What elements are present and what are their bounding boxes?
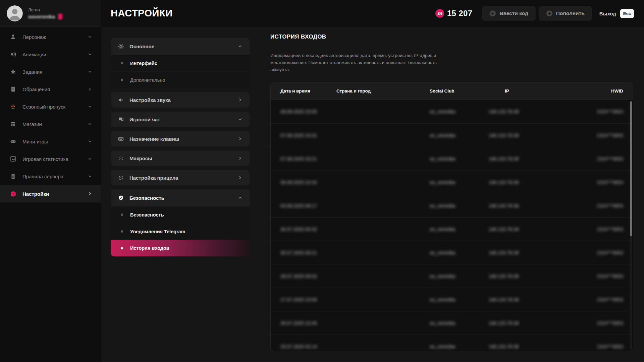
header-actions: m 15 207 Ввести код Пополнить Выход Esc xyxy=(435,6,634,21)
settings-item-security[interactable]: Безопасность xyxy=(111,206,250,223)
sidebar-item-season-pass[interactable]: Сезонный пропуск xyxy=(0,98,101,115)
settings-item-interface[interactable]: Интерфейс xyxy=(111,55,250,71)
avatar xyxy=(7,5,23,21)
cell-datetime: 30.07.2025 00:21 xyxy=(280,250,336,255)
settings-flower-icon xyxy=(10,191,16,197)
settings-group-label: Игровой чат xyxy=(129,117,238,122)
cell-datetime: 07.08.2025 23:31 xyxy=(280,133,336,138)
chevron-right-icon xyxy=(238,176,242,180)
settings-group-label: Настройка прицела xyxy=(129,175,238,181)
cell-datetime: 06.08.2025 22:42 xyxy=(280,180,336,185)
settings-item-additional[interactable]: Дополнительно xyxy=(111,71,250,88)
sidebar-item-shop[interactable]: Магазин xyxy=(0,115,101,133)
sidebar-item-server-rules[interactable]: Правила сервера xyxy=(0,168,101,185)
cell-social-club: oo_veronika xyxy=(430,109,489,114)
chevron-up-icon xyxy=(238,44,242,48)
settings-group-chat-header[interactable]: Игровой чат xyxy=(111,112,250,127)
cell-datetime: 28.07.2025 00:02 xyxy=(280,274,336,279)
cell-ip: 146.120.78.39 xyxy=(489,297,576,302)
content-area: M M M M M M M M M M M M M M M M M M M M … xyxy=(101,0,644,362)
cell-ip: 146.120.78.39 xyxy=(489,109,576,114)
column-header-country: Страна и город xyxy=(336,88,430,94)
topup-label: Пополнить xyxy=(556,10,585,16)
settings-item-label: Интерфейс xyxy=(130,61,157,66)
chevron-down-icon xyxy=(88,157,92,161)
sidebar-item-stats[interactable]: Игровая статистика xyxy=(0,150,101,168)
enter-code-button[interactable]: Ввести код xyxy=(482,6,536,21)
page-title: НАСТРОЙКИ xyxy=(111,8,173,19)
cell-hwid: 2324***9853 xyxy=(597,320,623,326)
cell-social-club: oo_veronika xyxy=(430,133,489,138)
cell-ip: 146.120.78.39 xyxy=(489,320,576,326)
sidebar-item-animations[interactable]: Анимации xyxy=(0,46,101,63)
sidebar-item-label: Игровая статистика xyxy=(22,156,88,162)
table-row: 06.08.2025 22:42 oo_veronika 146.120.78.… xyxy=(271,170,633,194)
sidebar: Логин ooveronika Персонаж Анимации xyxy=(0,0,101,362)
sidebar-item-tasks[interactable]: Задания xyxy=(0,63,101,80)
section-title: ИСТОРИЯ ВХОДОВ xyxy=(270,34,326,40)
settings-group-general-header[interactable]: Основное xyxy=(111,38,250,55)
esc-key-badge[interactable]: Esc xyxy=(620,9,634,18)
shop-icon xyxy=(10,121,16,127)
settings-group-macros-header[interactable]: Макросы xyxy=(111,150,250,166)
rules-icon xyxy=(10,173,16,179)
bullet-icon xyxy=(121,79,123,81)
settings-group-label: Основное xyxy=(129,44,238,49)
plus-circle-icon xyxy=(489,10,496,17)
settings-item-login-history[interactable]: История входов xyxy=(111,240,250,256)
scrollbar-track[interactable] xyxy=(630,101,632,349)
person-icon xyxy=(10,34,16,40)
sidebar-nav: Персонаж Анимации Задания xyxy=(0,27,101,202)
settings-group-crosshair-header[interactable]: Настройка прицела xyxy=(111,170,250,185)
exit-group[interactable]: Выход Esc xyxy=(599,9,634,18)
chevron-right-icon xyxy=(88,192,92,196)
chevron-right-icon xyxy=(88,87,92,91)
sidebar-item-character[interactable]: Персонаж xyxy=(0,28,101,46)
chevron-up-icon xyxy=(238,196,242,200)
bullet-icon xyxy=(121,214,123,216)
cell-hwid: 2324***9853 xyxy=(597,344,623,349)
cell-hwid: 2324***9853 xyxy=(597,274,623,279)
settings-item-label: Безопасность xyxy=(130,212,164,218)
settings-item-telegram-notifications[interactable]: Уведомления Telegram xyxy=(111,223,250,240)
cell-ip: 146.120.78.39 xyxy=(489,227,576,232)
sidebar-item-label: Правила сервера xyxy=(22,174,88,179)
settings-group-sound-header[interactable]: Настройка звука xyxy=(111,92,250,108)
crosshair-icon xyxy=(118,175,124,181)
stats-icon xyxy=(10,156,16,162)
cell-social-club: oo_veronika xyxy=(430,344,489,349)
sidebar-item-label: Мини-игры xyxy=(22,139,88,144)
sidebar-item-tickets[interactable]: Обращения xyxy=(0,80,101,98)
section-description: Информацией о последних авторизациях: да… xyxy=(270,52,443,73)
cell-hwid: 2324***9853 xyxy=(597,203,623,208)
chevron-down-icon xyxy=(88,35,92,39)
settings-group-chat: Игровой чат xyxy=(111,112,250,127)
season-pass-icon xyxy=(10,104,16,110)
sidebar-item-label: Магазин xyxy=(22,121,88,127)
settings-group-keybinds-header[interactable]: Назначение клавиш xyxy=(111,131,250,146)
cell-datetime: 27.07.2025 23:56 xyxy=(280,297,336,302)
star-icon xyxy=(10,69,16,75)
column-header-ip: IP xyxy=(489,88,576,94)
cell-hwid: 2324***9853 xyxy=(597,109,623,114)
shield-icon xyxy=(118,195,124,201)
cell-hwid: 2324***9853 xyxy=(597,297,623,302)
sidebar-item-settings[interactable]: Настройки xyxy=(0,185,101,202)
settings-group-security-header[interactable]: Безопасность xyxy=(111,189,250,206)
topup-button[interactable]: Пополнить xyxy=(539,6,592,21)
table-row: 30.07.2025 00:32 oo_veronika 146.120.78.… xyxy=(271,217,633,241)
cell-social-club: oo_veronika xyxy=(430,227,489,232)
scrollbar-thumb[interactable] xyxy=(630,101,632,236)
animations-icon xyxy=(10,51,16,57)
app-window: Логин ooveronika Персонаж Анимации xyxy=(0,0,644,362)
chevron-right-icon xyxy=(238,137,242,141)
user-block[interactable]: Логин ooveronika xyxy=(0,0,101,27)
currency-coin-icon: m xyxy=(435,9,444,18)
sidebar-item-label: Персонаж xyxy=(22,34,88,40)
sidebar-item-minigames[interactable]: Мини-игры xyxy=(0,133,101,150)
table-row: 07.08.2025 23:31 oo_veronika 146.120.78.… xyxy=(271,123,633,147)
tickets-icon xyxy=(10,86,16,92)
cell-social-club: oo_veronika xyxy=(430,156,489,162)
cell-hwid: 2324***9853 xyxy=(597,227,623,232)
settings-item-label: Уведомления Telegram xyxy=(130,229,185,234)
